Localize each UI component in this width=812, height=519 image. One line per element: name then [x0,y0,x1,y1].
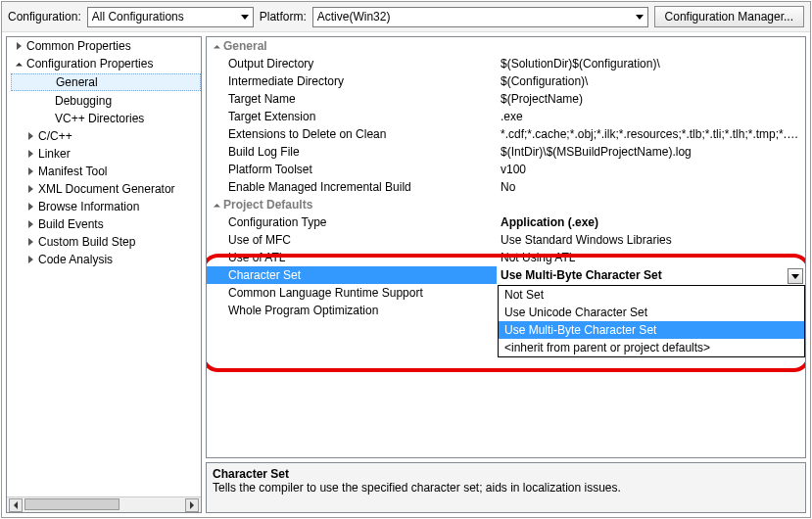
configuration-manager-button[interactable]: Configuration Manager... [654,6,804,27]
chevron-down-icon[interactable] [16,62,23,69]
triangle-left-icon [14,501,18,509]
configuration-value: All Configurations [92,10,184,24]
tree-item-label: General [56,75,98,89]
tree-item-label: Manifest Tool [38,165,107,178]
tree-item-label: Linker [38,147,71,161]
group-header[interactable]: General [207,37,805,55]
property-label: Target Extension [207,108,497,125]
property-value[interactable]: v100 [497,161,805,178]
chevron-right-icon[interactable] [28,132,33,140]
property-value[interactable]: .exe [497,108,805,125]
property-row[interactable]: Use of MFCUse Standard Windows Libraries [207,231,805,249]
tree-item[interactable]: Browse Information [11,199,201,214]
property-row[interactable]: Character SetUse Multi-Byte Character Se… [207,266,805,284]
description-body: Tells the compiler to use the specified … [213,481,799,495]
property-label: Enable Managed Incremental Build [207,178,497,196]
group-header[interactable]: Project Defaults [207,196,805,213]
property-value[interactable]: No [497,178,805,196]
tree-item-label: C/C++ [38,129,72,143]
tree-item[interactable]: Build Events [11,216,201,232]
property-value[interactable]: $(Configuration)\ [497,72,805,90]
tree-item[interactable]: C/C++ [11,128,201,144]
chevron-down-icon [791,274,799,279]
property-label: Configuration Type [207,213,497,231]
tree-item-label: XML Document Generator [38,182,175,196]
property-label: Common Language Runtime Support [207,284,497,302]
property-value[interactable]: Application (.exe) [497,213,805,231]
property-value[interactable]: Use Multi-Byte Character Set [497,266,805,284]
property-row[interactable]: Output Directory$(SolutionDir)$(Configur… [207,55,805,72]
platform-value: Active(Win32) [317,10,391,24]
property-row[interactable]: Target Extension.exe [207,108,805,125]
property-value[interactable]: $(IntDir)\$(MSBuildProjectName).log [497,143,805,161]
tree-item[interactable]: Common Properties [11,38,201,54]
property-label: Output Directory [207,55,497,72]
property-row[interactable]: Target Name$(ProjectName) [207,90,805,108]
scroll-left-button[interactable] [9,498,23,512]
scroll-thumb[interactable] [24,498,119,510]
tree-item-label: Common Properties [26,39,131,53]
property-value[interactable]: $(SolutionDir)$(Configuration)\ [497,55,805,72]
property-row[interactable]: Intermediate Directory$(Configuration)\ [207,72,805,90]
chevron-right-icon[interactable] [28,220,33,228]
dropdown-button[interactable] [788,268,803,284]
tree-scrollbar[interactable] [7,496,201,512]
configuration-combo[interactable]: All Configurations [87,7,254,27]
chevron-down-icon [241,15,249,20]
tree-item[interactable]: Code Analysis [11,252,201,267]
tree-item[interactable]: Custom Build Step [11,234,201,250]
tree-item[interactable]: General [11,73,201,91]
dropdown-list[interactable]: Not SetUse Unicode Character SetUse Mult… [498,285,805,357]
dropdown-option[interactable]: Not Set [499,286,804,304]
triangle-right-icon [190,501,194,509]
tree-item-label: Custom Build Step [38,235,135,249]
chevron-right-icon[interactable] [28,167,33,175]
tree-item[interactable]: Debugging [11,93,201,109]
description-panel: Character Set Tells the compiler to use … [206,462,806,513]
property-value[interactable]: Not Using ATL [497,249,805,266]
chevron-down-icon [636,15,644,20]
tree-item-label: Debugging [55,94,112,108]
property-value[interactable]: Use Standard Windows Libraries [497,231,805,249]
chevron-down-icon [214,45,220,52]
nav-tree[interactable]: Common PropertiesConfiguration Propertie… [6,36,202,513]
configuration-label: Configuration: [8,10,81,24]
chevron-right-icon[interactable] [28,150,33,158]
property-label: Extensions to Delete on Clean [207,125,497,143]
chevron-right-icon[interactable] [28,185,33,193]
tree-item[interactable]: Linker [11,146,201,162]
dropdown-option[interactable]: Use Unicode Character Set [499,304,804,321]
chevron-right-icon[interactable] [28,256,33,263]
property-row[interactable]: Configuration TypeApplication (.exe) [207,213,805,231]
property-label: Use of MFC [207,231,497,249]
tree-item-label: Code Analysis [38,253,113,266]
property-row[interactable]: Platform Toolsetv100 [207,161,805,178]
chevron-right-icon[interactable] [17,42,22,50]
platform-combo[interactable]: Active(Win32) [312,7,648,27]
scroll-right-button[interactable] [185,498,199,512]
property-value[interactable]: $(ProjectName) [497,90,805,108]
tree-item-label: Configuration Properties [26,57,153,71]
property-label: Whole Program Optimization [207,302,497,319]
platform-label: Platform: [260,10,307,24]
property-grid[interactable]: GeneralOutput Directory$(SolutionDir)$(C… [206,36,806,458]
tree-item[interactable]: Manifest Tool [11,164,201,179]
chevron-down-icon [214,204,220,211]
tree-item-label: Browse Information [38,200,139,213]
tree-item[interactable]: XML Document Generator [11,181,201,197]
property-label: Character Set [207,266,497,284]
property-value[interactable]: *.cdf;*.cache;*.obj;*.ilk;*.resources;*.… [497,125,805,143]
property-label: Target Name [207,90,497,108]
chevron-right-icon[interactable] [28,238,33,246]
property-row[interactable]: Enable Managed Incremental BuildNo [207,178,805,196]
description-title: Character Set [213,467,799,481]
dropdown-option[interactable]: <inherit from parent or project defaults… [499,339,804,356]
chevron-right-icon[interactable] [28,203,33,211]
dropdown-option[interactable]: Use Multi-Byte Character Set [499,321,804,339]
tree-item[interactable]: Configuration Properties [11,56,201,71]
property-row[interactable]: Build Log File$(IntDir)\$(MSBuildProject… [207,143,805,161]
tree-item[interactable]: VC++ Directories [11,111,201,126]
property-label: Use of ATL [207,249,497,266]
property-row[interactable]: Use of ATLNot Using ATL [207,249,805,266]
property-row[interactable]: Extensions to Delete on Clean*.cdf;*.cac… [207,125,805,143]
